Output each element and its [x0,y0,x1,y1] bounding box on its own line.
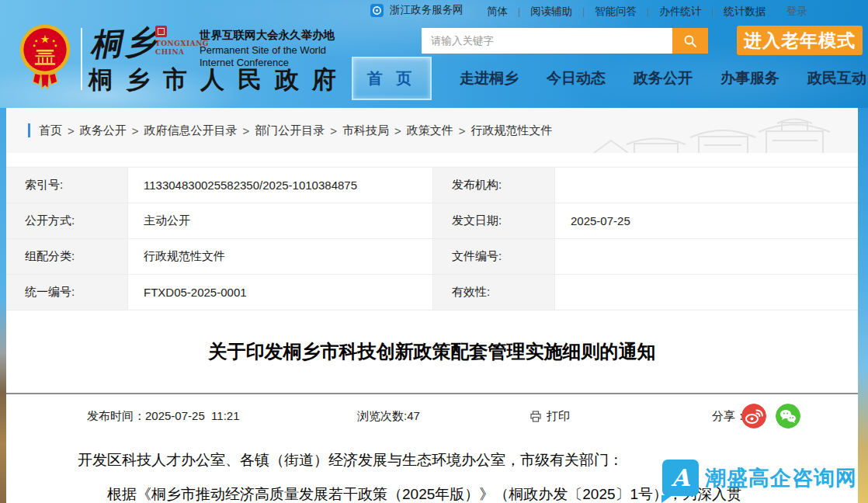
nav-item-today-news[interactable]: 今日动态 [547,68,606,88]
national-emblem-logo [19,24,71,92]
brand-calligraphy: 桐乡 [89,20,160,67]
tongxiang-seal: TONGXIANG CHINA [155,26,202,57]
red-seal-icon [155,26,167,37]
content-panel: 首页 > 政务公开 > 政府信息公开目录 > 部门公开目录 > 市科技局 > 政… [6,108,858,503]
wechat-share-icon[interactable] [776,404,800,428]
field-value-unified-number: FTXD05-2025-0001 [128,275,433,310]
table-row: 组配分类: 行政规范性文件 文件编号: [6,239,858,275]
print-button[interactable]: 打印 [529,409,570,424]
breadcrumb-separator: > [132,124,139,137]
search-button[interactable] [672,28,708,54]
separator: | [582,6,585,17]
breadcrumb-policy-docs[interactable]: 政策文件 [407,123,453,138]
publish-time-label: 发布时间： [87,409,145,422]
site-title: 桐乡市人民政府 [89,64,349,96]
zhejiang-portal-link[interactable]: 浙江政务服务网 [370,3,464,17]
background-strip-left [0,108,6,503]
seal-text-line2: CHINA [155,48,202,57]
nav-item-about-tongxiang[interactable]: 走进桐乡 [460,68,519,88]
field-label-issue-date: 发文日期: [433,203,555,238]
view-count: 浏览次数:47 [357,409,420,424]
article-body: 开发区科技人才办公室、各镇（街道）经济发展与生态环境办公室，市级有关部门： 根据… [6,443,858,503]
field-label-index-number: 索引号: [6,168,128,203]
field-value-issuing-agency [555,168,858,203]
breadcrumb-separator: > [68,124,75,137]
breadcrumb-separator: > [243,124,250,137]
breadcrumb-science-bureau[interactable]: 市科技局 [342,123,389,138]
article-paragraph: 根据《桐乡市推动经济高质量发展若干政策（2025年版）》（桐政办发〔2025〕1… [78,477,858,503]
field-label-issuing-agency: 发布机构: [433,168,555,203]
topbar-link-statistics[interactable]: 统计数据 [724,5,766,19]
field-label-document-number: 文件编号: [433,239,555,274]
table-row: 索引号: 113304830025582350/2025-1010384875 … [6,168,858,203]
separator: | [647,6,649,17]
breadcrumb-separator: > [459,124,466,137]
page-title: 关于印发桐乡市科技创新政策配套管理实施细则的通知 [6,310,858,393]
print-label: 打印 [547,409,570,424]
rooftop-watermark-art [586,111,858,153]
publish-time: 发布时间：2025-07-25 11:21 [87,409,240,424]
topbar-link-case-stats[interactable]: 办件统计 [659,5,701,19]
topbar-link-smart-qa[interactable]: 智能问答 [595,5,637,19]
field-value-index-number: 113304830025582350/2025-1010384875 [128,168,433,203]
nav-item-gov-disclosure[interactable]: 政务公开 [634,68,693,88]
field-value-category: 行政规范性文件 [128,239,433,274]
article-meta-row: 发布时间：2025-07-25 11:21 浏览次数:47 打印 分享： [6,394,858,438]
printer-icon [529,410,542,422]
seal-text-line1: TONGXIANG [155,40,202,48]
main-nav: 首 页 走进桐乡 今日动态 政务公开 办事服务 政民互动 [352,56,866,101]
login-link[interactable]: 登录 [786,5,807,19]
tagline-cn: 世界互联网大会永久举办地 [200,28,335,43]
table-row: 统一编号: FTXD05-2025-0001 有效性: [6,275,858,310]
nav-tab-home[interactable]: 首 页 [352,57,432,100]
background-strip-right [858,108,868,503]
elderly-mode-button[interactable]: 进入老年模式 [737,26,863,55]
table-row: 公开方式: 主动公开 发文日期: 2025-07-25 [6,203,858,239]
tagline-en-line1: Permanent Site of the World [200,44,335,57]
weibo-share-icon[interactable] [741,404,766,428]
breadcrumb-separator: > [330,124,337,137]
field-value-document-number [555,239,858,274]
article-paragraph: 开发区科技人才办公室、各镇（街道）经济发展与生态环境办公室，市级有关部门： [78,443,858,477]
topbar-links: 简体 | 阅读辅助 | 智能问答 | 办件统计 | 统计数据 [487,5,766,19]
site-header: 浙江政务服务网 简体 | 阅读辅助 | 智能问答 | 办件统计 | 统计数据 登… [0,0,868,108]
separator: | [711,6,713,17]
separator: | [518,6,520,17]
field-label-category: 组配分类: [6,239,128,274]
field-value-disclosure-method: 主动公开 [128,203,433,238]
breadcrumb-separator: > [394,124,401,137]
field-label-disclosure-method: 公开方式: [6,203,128,238]
field-value-issue-date: 2025-07-25 [555,203,858,238]
topbar: 浙江政务服务网 简体 | 阅读辅助 | 智能问答 | 办件统计 | 统计数据 登… [0,0,868,20]
publish-time-value: 2025-07-25 11:21 [145,409,240,422]
breadcrumb-accent-bar [28,123,30,137]
breadcrumb-home[interactable]: 首页 [39,123,62,138]
nav-item-services[interactable]: 办事服务 [720,68,779,88]
portal-label[interactable]: 浙江政务服务网 [390,3,464,17]
nav-item-interaction[interactable]: 政民互动 [807,68,866,88]
breadcrumb-info-catalog[interactable]: 政府信息公开目录 [144,123,238,138]
page: 浙江政务服务网 简体 | 阅读辅助 | 智能问答 | 办件统计 | 统计数据 登… [0,0,868,503]
header-divider [81,28,82,90]
field-label-validity: 有效性: [433,275,555,310]
topbar-link-simplified[interactable]: 简体 [487,5,508,19]
search-input[interactable] [422,28,672,54]
breadcrumb-current-page: 行政规范性文件 [471,123,553,138]
field-value-validity [555,275,858,310]
breadcrumb-dept-catalog[interactable]: 部门公开目录 [255,123,325,138]
zhejiang-gov-icon [370,4,384,17]
breadcrumb-gov-disclosure[interactable]: 政务公开 [80,123,127,138]
topbar-link-reading-aid[interactable]: 阅读辅助 [530,5,572,19]
search-box [422,28,708,54]
document-metadata-table: 索引号: 113304830025582350/2025-1010384875 … [6,167,858,310]
field-label-unified-number: 统一编号: [6,275,128,310]
breadcrumb: 首页 > 政务公开 > 政府信息公开目录 > 部门公开目录 > 市科技局 > 政… [6,108,858,153]
search-icon [682,33,698,49]
